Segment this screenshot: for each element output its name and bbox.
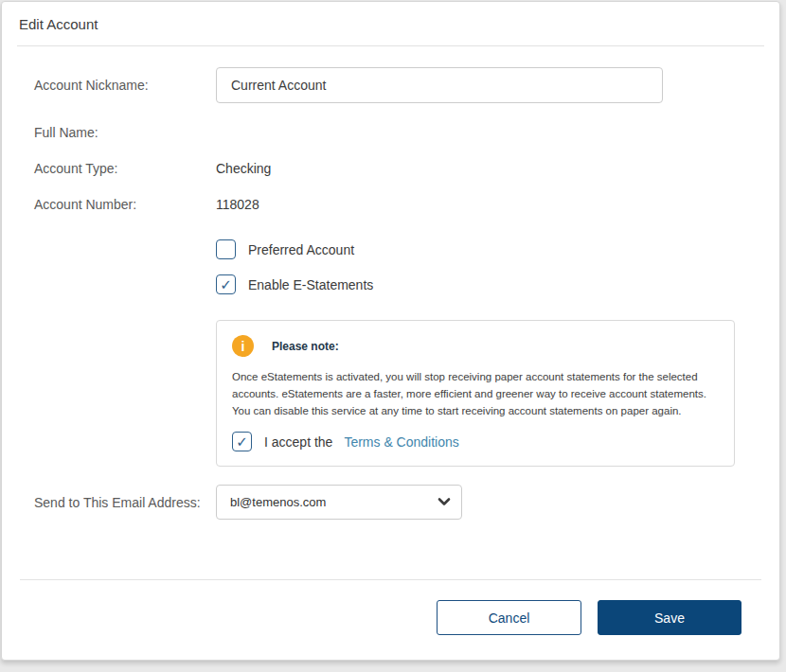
account-type-value: Checking [216, 161, 271, 176]
preferred-account-checkbox[interactable] [216, 239, 236, 259]
edit-account-panel: Edit Account Account Nickname: Full Name… [1, 1, 780, 661]
account-number-label: Account Number: [34, 197, 216, 212]
terms-accept-label: I accept the [264, 434, 332, 450]
note-body-text: Once eStatements is activated, you will … [232, 369, 717, 419]
panel-header: Edit Account [17, 2, 764, 46]
terms-accept-row: I accept the Terms & Conditions [232, 432, 717, 451]
fullname-label: Full Name: [34, 125, 216, 140]
note-title: Please note: [272, 340, 339, 353]
estatements-note-box: i Please note: Once eStatements is activ… [216, 320, 735, 467]
footer-divider [20, 579, 761, 580]
note-header: i Please note: [232, 335, 717, 357]
preferred-account-label: Preferred Account [248, 242, 354, 257]
nickname-input[interactable] [216, 67, 663, 103]
nickname-label: Account Nickname: [34, 78, 216, 93]
save-button[interactable]: Save [598, 600, 741, 635]
account-number-row: Account Number: 118028 [34, 194, 779, 214]
terms-conditions-link[interactable]: Terms & Conditions [344, 434, 458, 450]
preferred-account-row: Preferred Account [216, 239, 779, 259]
email-select-wrap: bl@temenos.com [216, 485, 462, 520]
footer-actions: Cancel Save [2, 600, 779, 635]
edit-account-form: Account Nickname: Full Name: Account Typ… [2, 67, 779, 520]
page-title: Edit Account [17, 16, 98, 32]
estatements-row: Enable E-Statements [216, 274, 779, 294]
terms-accept-checkbox[interactable] [232, 432, 252, 451]
email-row: Send to This Email Address: bl@temenos.c… [34, 485, 779, 520]
email-select[interactable]: bl@temenos.com [216, 485, 462, 520]
account-type-label: Account Type: [34, 161, 216, 176]
email-label: Send to This Email Address: [34, 495, 216, 510]
info-icon: i [232, 335, 254, 357]
account-number-value: 118028 [216, 197, 259, 212]
nickname-row: Account Nickname: [34, 67, 779, 103]
account-type-row: Account Type: Checking [34, 158, 779, 178]
estatements-checkbox[interactable] [216, 274, 236, 294]
fullname-row: Full Name: [34, 122, 779, 142]
estatements-label: Enable E-Statements [248, 277, 373, 292]
cancel-button[interactable]: Cancel [437, 600, 581, 635]
